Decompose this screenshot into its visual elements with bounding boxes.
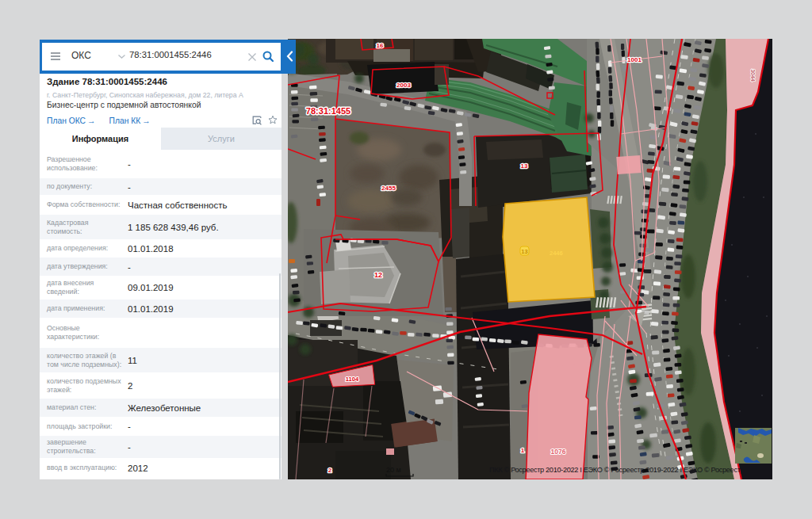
svg-text:12: 12	[374, 271, 382, 279]
svg-text:1076: 1076	[551, 448, 566, 456]
svg-text:16: 16	[377, 42, 384, 49]
svg-text:2: 2	[328, 467, 332, 474]
svg-text:1001: 1001	[627, 56, 642, 63]
svg-text:ПКК © Росреестр 2010-2022 І ЕЭ: ПКК © Росреестр 2010-2022 І ЕЭКО © Росре…	[489, 466, 761, 474]
svg-text:13: 13	[521, 248, 527, 255]
svg-text:20 м: 20 м	[386, 466, 401, 474]
svg-text:13: 13	[521, 162, 528, 170]
svg-text:78:31:1455: 78:31:1455	[306, 106, 350, 116]
svg-text:3044: 3044	[750, 69, 756, 82]
svg-text:2003: 2003	[396, 82, 411, 89]
svg-text:2446: 2446	[550, 250, 563, 257]
svg-text:1: 1	[521, 447, 525, 454]
svg-text:2455: 2455	[381, 185, 396, 192]
svg-text:1104: 1104	[346, 376, 359, 383]
